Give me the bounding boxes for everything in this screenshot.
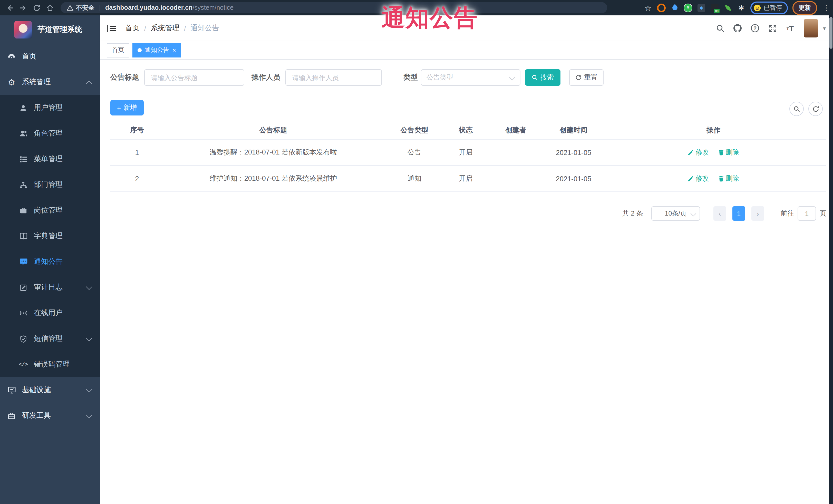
paused-label: 已暂停 xyxy=(764,3,782,12)
cell-actions: 修改 删除 xyxy=(600,139,826,166)
browser-reload-icon[interactable] xyxy=(30,2,43,13)
cell-index: 2 xyxy=(110,166,164,192)
user-avatar[interactable] xyxy=(804,19,818,38)
search-button-label: 搜索 xyxy=(541,73,554,82)
online-signal-icon xyxy=(19,309,28,317)
bookmark-star-icon[interactable]: ☆ xyxy=(644,3,652,12)
search-button[interactable]: 搜索 xyxy=(525,69,561,86)
profile-paused-chip[interactable]: 已暂停 xyxy=(751,1,788,14)
url-path: /system/notice xyxy=(192,4,234,11)
cell-status: 开启 xyxy=(447,139,485,166)
delete-link[interactable]: 删除 xyxy=(718,148,739,157)
breadcrumb-separator: / xyxy=(144,24,146,32)
sidebar-item-error-codes[interactable]: </> 错误码管理 xyxy=(0,352,100,377)
browser-address-bar[interactable]: 不安全 dashboard.yudao.iocoder.cn/system/no… xyxy=(61,2,607,13)
sidebar-item-infrastructure[interactable]: 基础设施 xyxy=(0,377,100,403)
pagination-total: 共 2 条 xyxy=(622,209,643,218)
sidebar-item-roles[interactable]: 角色管理 xyxy=(0,121,100,146)
add-button[interactable]: + 新增 xyxy=(110,100,143,116)
chevron-down-icon xyxy=(86,283,92,290)
browser-forward-icon[interactable] xyxy=(17,2,30,13)
page-size-select[interactable]: 10条/页 xyxy=(651,206,700,221)
page-content: 公告标题 操作人员 类型 公告类型 搜索 重置 xyxy=(100,59,833,504)
current-page-button[interactable]: 1 xyxy=(732,206,745,221)
font-size-icon[interactable]: тT xyxy=(781,18,799,39)
browser-update-button[interactable]: 更新 xyxy=(792,1,817,15)
sidebar-item-posts[interactable]: 岗位管理 xyxy=(0,198,100,223)
sidebar: 芋道管理系统 首页 ⚙ 系统管理 用户管理 xyxy=(0,16,100,504)
sidebar-item-online-users[interactable]: 在线用户 xyxy=(0,300,100,326)
chevron-down-icon xyxy=(86,335,92,341)
chat-bubble-icon xyxy=(19,257,28,266)
sidebar-item-departments[interactable]: 部门管理 xyxy=(0,172,100,198)
col-header-title: 公告标题 xyxy=(164,121,382,139)
extension-leaf-icon[interactable] xyxy=(724,3,732,12)
refresh-icon xyxy=(812,105,819,112)
prev-page-button[interactable]: ‹ xyxy=(713,206,726,221)
book-icon xyxy=(19,232,28,240)
cell-type: 公告 xyxy=(382,139,447,166)
browser-back-icon[interactable] xyxy=(3,2,17,13)
page-unit-label: 页 xyxy=(820,209,826,218)
sidebar-item-notice[interactable]: 通知公告 xyxy=(0,249,100,274)
sidebar-item-label: 角色管理 xyxy=(34,129,63,138)
delete-link[interactable]: 删除 xyxy=(718,174,739,183)
pencil-icon xyxy=(688,175,694,182)
browser-scrollbar[interactable] xyxy=(829,16,833,504)
sidebar-item-home[interactable]: 首页 xyxy=(0,44,100,69)
sidebar-item-dict[interactable]: 字典管理 xyxy=(0,223,100,249)
sidebar-item-label: 字典管理 xyxy=(34,232,63,241)
sidebar-item-devtools[interactable]: 研发工具 xyxy=(0,403,100,429)
operator-input[interactable] xyxy=(285,69,382,86)
toggle-search-circle-button[interactable] xyxy=(789,102,804,116)
tab-notice[interactable]: 通知公告 × xyxy=(133,43,181,57)
type-select-placeholder: 公告类型 xyxy=(427,73,453,82)
notice-title-input[interactable] xyxy=(144,69,244,86)
tab-close-icon[interactable]: × xyxy=(172,47,176,53)
sidebar-item-sms[interactable]: 短信管理 xyxy=(0,326,100,352)
goto-page-input[interactable] xyxy=(798,206,816,221)
sidebar-item-audit-log[interactable]: 审计日志 xyxy=(0,274,100,300)
extension-on-badge-icon[interactable] xyxy=(710,3,719,12)
pagination: 共 2 条 10条/页 ‹ 1 › 前往 页 xyxy=(622,206,826,221)
notice-table: 序号 公告标题 公告类型 状态 创建者 创建时间 操作 1 温馨提醒：2018-… xyxy=(110,121,826,192)
fullscreen-icon[interactable] xyxy=(764,18,781,39)
sidebar-item-system[interactable]: ⚙ 系统管理 xyxy=(0,69,100,95)
add-button-label: 新增 xyxy=(123,103,137,113)
header-search-icon[interactable] xyxy=(712,18,729,39)
sidebar-collapse-icon[interactable] xyxy=(107,24,117,32)
tab-home[interactable]: 首页 xyxy=(107,43,129,57)
app-logo-row[interactable]: 芋道管理系统 xyxy=(0,16,100,44)
edit-link[interactable]: 修改 xyxy=(688,148,709,157)
svg-text:?: ? xyxy=(754,25,757,31)
table-header-row: 序号 公告标题 公告类型 状态 创建者 创建时间 操作 xyxy=(110,121,826,139)
extension-diamond-icon[interactable]: ◆ xyxy=(697,3,706,12)
extension-y-icon[interactable]: Y xyxy=(684,3,692,12)
scrollbar-thumb[interactable] xyxy=(829,17,832,49)
breadcrumb-system[interactable]: 系统管理 xyxy=(151,24,180,33)
extension-puzzle-icon[interactable]: ✻ xyxy=(737,3,746,12)
extension-ring-icon[interactable] xyxy=(657,3,666,12)
sidebar-item-label: 审计日志 xyxy=(34,283,63,292)
refresh-circle-button[interactable] xyxy=(808,102,823,116)
breadcrumb-home[interactable]: 首页 xyxy=(125,24,140,33)
edit-link[interactable]: 修改 xyxy=(688,174,709,183)
tags-view-bar: 首页 通知公告 × xyxy=(100,41,833,59)
next-page-button[interactable]: › xyxy=(752,206,764,221)
cell-title: 温馨提醒：2018-07-01 若依新版本发布啦 xyxy=(164,139,382,166)
browser-menu-icon[interactable]: ⋮ xyxy=(823,4,830,12)
extension-drop-icon[interactable] xyxy=(670,3,679,12)
notice-title-label: 公告标题 xyxy=(110,73,139,82)
avatar-caret-icon[interactable]: ▾ xyxy=(823,25,826,31)
col-header-status: 状态 xyxy=(447,121,485,139)
sidebar-item-users[interactable]: 用户管理 xyxy=(0,95,100,121)
reset-button[interactable]: 重置 xyxy=(569,69,603,86)
code-icon: </> xyxy=(19,360,28,369)
browser-home-icon[interactable] xyxy=(43,2,56,13)
type-select[interactable]: 公告类型 xyxy=(421,69,520,86)
sidebar-item-menus[interactable]: 菜单管理 xyxy=(0,146,100,172)
security-warning[interactable]: 不安全 xyxy=(67,3,94,12)
help-icon[interactable]: ? xyxy=(746,18,764,39)
top-navbar: 首页 / 系统管理 / 通知公告 ? т xyxy=(100,16,833,41)
github-icon[interactable] xyxy=(729,18,746,39)
